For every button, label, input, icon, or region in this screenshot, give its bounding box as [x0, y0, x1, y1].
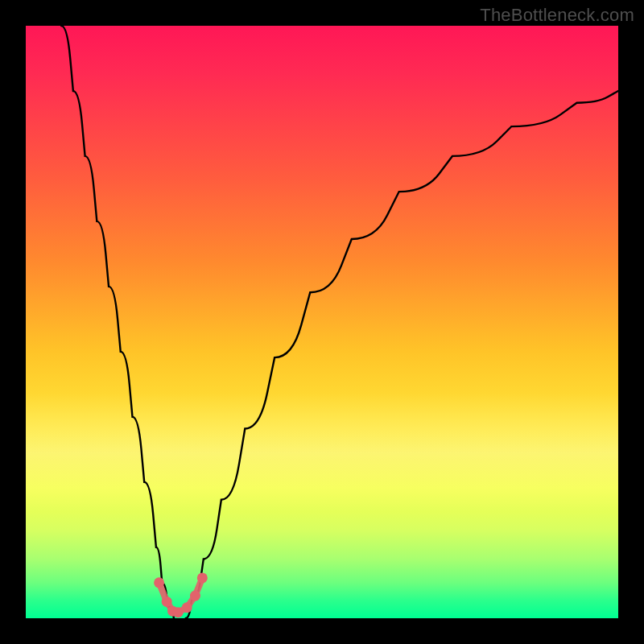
watermark-text: TheBottleneck.com	[480, 5, 634, 26]
right-curve	[186, 91, 618, 618]
left-curve	[61, 26, 174, 618]
curve-layer	[26, 26, 618, 618]
valley-marker-dot	[182, 602, 192, 613]
outer-frame: TheBottleneck.com	[0, 0, 644, 644]
valley-marker-dot	[162, 597, 172, 607]
valley-marker-dot	[190, 591, 200, 601]
valley-marker-dot	[197, 572, 208, 583]
plot-area	[26, 26, 618, 618]
valley-marker-dot	[173, 607, 184, 617]
valley-marker-dot	[154, 577, 164, 588]
